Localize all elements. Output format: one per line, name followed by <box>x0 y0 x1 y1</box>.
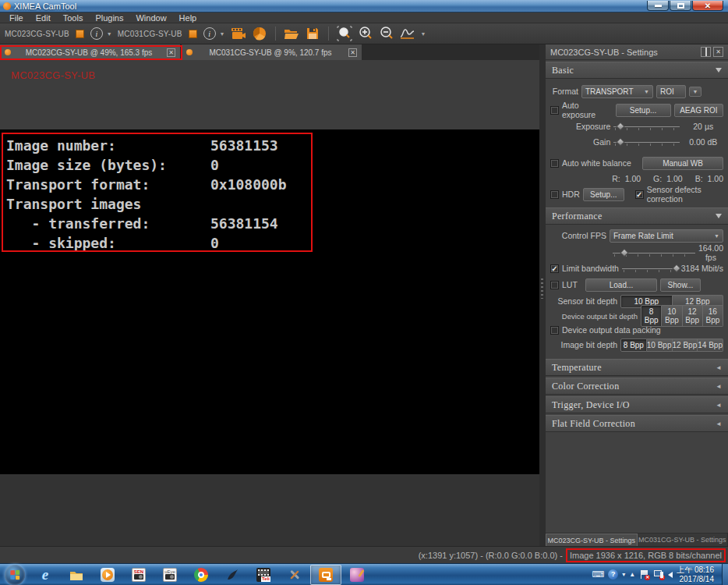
close-panel-button[interactable]: ✕ <box>713 47 723 57</box>
menu-window[interactable]: Window <box>129 12 172 23</box>
aeag-setup-button[interactable]: Setup... <box>616 104 671 117</box>
menu-plugins[interactable]: Plugins <box>89 12 129 23</box>
format-dropdown[interactable]: TRANSPORT▼ <box>581 85 653 98</box>
settings-tab-camera1[interactable]: MC023CG-SY-UB - Settings <box>546 534 638 546</box>
lut-load-button[interactable]: Load... <box>585 278 657 292</box>
section-header-performance[interactable]: Performance <box>546 207 728 225</box>
filter-icon <box>716 68 722 73</box>
gain-slider[interactable] <box>613 138 680 147</box>
section-header-temperature[interactable]: Temperature ◄ <box>546 359 728 376</box>
ueye-app-button[interactable]: uEye <box>154 565 186 585</box>
zoom-fit-button[interactable] <box>335 25 354 42</box>
section-header-flat-field[interactable]: Flat Field Correction ◄ <box>546 415 728 432</box>
panel-splitter[interactable] <box>539 44 546 546</box>
camtool-taskbar-button[interactable] <box>310 565 341 585</box>
section-header-trigger-io[interactable]: Trigger, Device I/O ◄ <box>546 396 728 413</box>
hdr-setup-button[interactable]: Setup... <box>583 188 624 201</box>
stat-image-number: Image number:56381153 <box>6 136 287 155</box>
image-bit-depth-option[interactable]: 12 Bpp <box>673 339 698 352</box>
sensor-defects-checkbox[interactable]: ✓ <box>635 190 644 199</box>
zoom-in-button[interactable] <box>356 25 375 42</box>
transport-stats-overlay: Image number:56381153 Image size (bytes)… <box>6 136 287 253</box>
limit-bandwidth-checkbox[interactable]: ✓ <box>550 264 559 273</box>
record-video-button[interactable] <box>229 25 248 42</box>
image-bit-depth-option[interactable]: 10 Bpp <box>647 339 673 352</box>
maximize-button[interactable] <box>670 1 691 11</box>
section-header-color-correction[interactable]: Color Correction ◄ <box>546 378 728 395</box>
menu-edit[interactable]: Edit <box>30 12 57 23</box>
camera2-info-caret-icon[interactable]: ▼ <box>218 31 227 37</box>
camera2-color-icon[interactable] <box>189 30 197 38</box>
chevron-down-icon: ▼ <box>644 89 649 94</box>
sentech-app-button[interactable]: SEN <box>123 565 154 585</box>
image-canvas[interactable]: Image number:56381153 Image size (bytes)… <box>0 129 539 474</box>
clock-date: 2017/8/14 <box>677 575 714 584</box>
tab-close-icon[interactable]: ✕ <box>167 48 175 57</box>
bird-icon <box>225 568 239 582</box>
show-desktop-button[interactable] <box>722 564 728 585</box>
roi-button[interactable]: ROI <box>656 85 686 98</box>
control-fps-dropdown[interactable]: Frame Rate Limit▼ <box>610 229 723 243</box>
action-center-icon[interactable]: ✕ <box>639 569 649 580</box>
media-player-icon <box>101 568 115 582</box>
keyboard-icon[interactable]: ⌨ <box>592 569 604 580</box>
roi-dropdown-caret[interactable]: ▼ <box>689 87 701 97</box>
taskbar-clock[interactable]: 上午 08:16 2017/8/14 <box>677 566 717 584</box>
control-fps-label: Control FPS <box>550 231 606 240</box>
tab-close-icon[interactable]: ✕ <box>348 48 357 57</box>
histogram-caret-icon[interactable]: ▼ <box>419 31 428 37</box>
start-button[interactable] <box>5 565 25 585</box>
close-button[interactable]: ✕ <box>692 1 723 11</box>
menu-help[interactable]: Help <box>173 12 203 23</box>
paint-app-button[interactable] <box>341 565 373 585</box>
teli-app-button[interactable]: Teli <box>248 565 279 585</box>
fps-slider[interactable] <box>613 249 695 257</box>
bandwidth-slider[interactable] <box>622 264 678 273</box>
language-help-icon[interactable]: ? <box>608 569 618 580</box>
aeag-roi-button[interactable]: AEAG ROI <box>674 104 723 117</box>
menu-bar: File Edit Tools Plugins Window Help <box>0 12 728 23</box>
data-packing-checkbox[interactable] <box>550 326 559 335</box>
view-tab-camera1[interactable]: MC023CG-SY-UB @ 49%, 165.3 fps ✕ <box>0 44 182 60</box>
camera2-info-button[interactable]: i <box>203 27 216 40</box>
auto-exposure-checkbox[interactable] <box>550 106 559 115</box>
chevron-down-icon: ▼ <box>693 89 698 94</box>
open-file-button[interactable] <box>282 25 301 42</box>
filter-icon <box>716 214 722 218</box>
file-explorer-button[interactable] <box>61 565 92 585</box>
show-hidden-icons-button[interactable]: ▲ <box>629 571 635 578</box>
image-bit-depth-segmented: 8 Bpp 10 Bpp 12 Bpp 14 Bpp <box>620 339 723 352</box>
float-panel-button[interactable] <box>701 47 711 57</box>
capture-app-button[interactable] <box>217 565 248 585</box>
camera1-info-button[interactable]: i <box>90 27 103 40</box>
image-bit-depth-option[interactable]: 14 Bpp <box>698 339 723 352</box>
lut-checkbox[interactable] <box>550 281 559 289</box>
camera1-info-caret-icon[interactable]: ▼ <box>105 31 114 37</box>
chrome-button[interactable] <box>186 565 217 585</box>
save-button[interactable] <box>303 25 322 42</box>
viewport-background <box>0 474 539 546</box>
tray-caret-icon[interactable]: ▾ <box>622 571 625 578</box>
auto-white-balance-checkbox[interactable] <box>550 159 559 168</box>
image-bit-depth-option[interactable]: 8 Bpp <box>620 339 647 352</box>
menu-file[interactable]: File <box>3 12 30 23</box>
media-player-button[interactable] <box>92 565 123 585</box>
minimize-button[interactable] <box>647 1 669 11</box>
volume-icon[interactable] <box>668 572 673 578</box>
hdr-checkbox[interactable] <box>550 190 559 199</box>
zoom-out-button[interactable] <box>377 25 396 42</box>
menu-tools[interactable]: Tools <box>57 12 90 23</box>
manual-wb-button[interactable]: Manual WB <box>642 157 723 170</box>
system-tools-button[interactable] <box>279 565 310 585</box>
window-title: XIMEA CamTool <box>14 2 646 11</box>
settings-tab-camera2[interactable]: MC031CG-SY-UB - Settings <box>638 534 728 546</box>
section-header-basic[interactable]: Basic <box>546 62 728 79</box>
view-tab-camera2[interactable]: MC031CG-SY-UB @ 9%, 120.7 fps ✕ <box>182 44 363 60</box>
histogram-button[interactable] <box>398 25 417 42</box>
exposure-slider[interactable] <box>613 122 680 131</box>
white-balance-wheel-button[interactable] <box>250 25 269 42</box>
camera1-color-icon[interactable] <box>76 30 84 38</box>
internet-explorer-button[interactable]: e <box>30 565 61 585</box>
lut-show-button[interactable]: Show... <box>660 278 701 292</box>
image-viewport: MC023CG-SY-UB Image number:56381153 Imag… <box>0 60 539 546</box>
